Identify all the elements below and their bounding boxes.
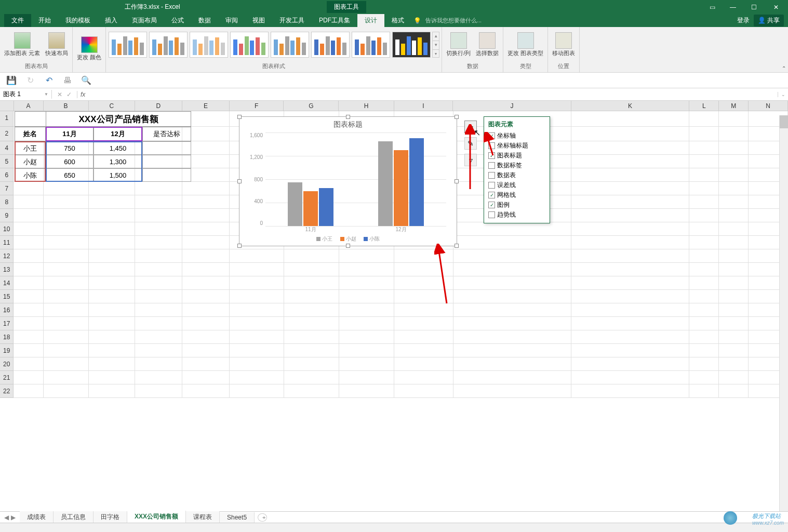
tab-format[interactable]: 格式 (384, 14, 411, 27)
cell[interactable] (14, 263, 43, 276)
cell[interactable] (44, 384, 89, 398)
cell[interactable] (230, 384, 284, 398)
cell[interactable] (571, 236, 689, 249)
chart-style-option[interactable] (271, 32, 309, 58)
cell[interactable] (571, 344, 689, 357)
cell[interactable] (89, 276, 135, 290)
cell[interactable] (719, 209, 749, 222)
cell[interactable] (230, 344, 284, 357)
row-header[interactable]: 22 (0, 384, 14, 398)
cell[interactable] (230, 263, 284, 276)
cell[interactable] (14, 195, 43, 209)
cell[interactable] (689, 371, 719, 384)
cell[interactable] (453, 344, 571, 357)
cell[interactable] (719, 357, 749, 371)
cell[interactable] (89, 357, 135, 371)
cell[interactable] (135, 371, 182, 384)
cell[interactable] (719, 141, 749, 155)
cell[interactable] (284, 290, 339, 303)
col-header[interactable]: K (571, 101, 689, 111)
col-header[interactable]: H (339, 101, 394, 111)
select-data-button[interactable]: 选择数据 (474, 31, 501, 58)
cell[interactable] (689, 303, 719, 317)
row-header[interactable]: 9 (0, 209, 14, 222)
chart-bar[interactable] (378, 141, 393, 226)
cell[interactable] (571, 384, 689, 398)
cell[interactable] (339, 249, 394, 263)
cell[interactable] (689, 384, 719, 398)
cell[interactable] (453, 249, 571, 263)
cell[interactable] (44, 263, 89, 276)
cell[interactable] (44, 209, 89, 222)
cell[interactable] (135, 222, 182, 236)
cell[interactable] (719, 330, 749, 344)
cell[interactable] (689, 168, 719, 182)
row-header[interactable]: 5 (0, 155, 14, 168)
cell[interactable] (89, 209, 135, 222)
cell[interactable] (453, 384, 571, 398)
cell[interactable] (284, 371, 339, 384)
cell[interactable] (689, 111, 719, 127)
col-header[interactable]: C (89, 101, 135, 111)
cell[interactable] (135, 263, 182, 276)
cell[interactable] (453, 303, 571, 317)
cell[interactable] (44, 236, 89, 249)
cell[interactable] (14, 344, 43, 357)
tab-formulas[interactable]: 公式 (164, 14, 191, 27)
switch-rowcol-button[interactable]: 切换行/列 (444, 31, 473, 58)
tab-insert[interactable]: 插入 (98, 14, 125, 27)
cell[interactable] (44, 249, 89, 263)
cell[interactable] (14, 222, 43, 236)
cell[interactable] (230, 276, 284, 290)
cell[interactable] (182, 222, 230, 236)
styles-scroll-down[interactable]: ▼ (433, 41, 439, 50)
cell[interactable] (44, 371, 89, 384)
cell[interactable] (182, 344, 230, 357)
cell[interactable] (89, 182, 135, 195)
cell[interactable] (719, 303, 749, 317)
cell[interactable] (135, 384, 182, 398)
share-button[interactable]: 👤 共享 (754, 15, 784, 26)
cell[interactable] (44, 222, 89, 236)
cell[interactable] (339, 276, 394, 290)
col-header[interactable]: D (135, 101, 182, 111)
row-header[interactable]: 16 (0, 303, 14, 317)
cell[interactable] (453, 357, 571, 371)
cell[interactable] (339, 290, 394, 303)
row-header[interactable]: 18 (0, 330, 14, 344)
cell[interactable] (719, 384, 749, 398)
cell[interactable] (44, 182, 89, 195)
cell[interactable] (453, 222, 571, 236)
col-header[interactable]: I (394, 101, 453, 111)
cell[interactable] (44, 344, 89, 357)
sheet-tab[interactable]: 田字格 (94, 511, 127, 523)
cell[interactable] (689, 155, 719, 168)
cell[interactable] (182, 317, 230, 330)
row-header[interactable]: 17 (0, 317, 14, 330)
cell[interactable] (689, 317, 719, 330)
cell[interactable] (135, 249, 182, 263)
cell[interactable] (689, 330, 719, 344)
cell[interactable] (284, 344, 339, 357)
cell[interactable] (14, 276, 43, 290)
cell[interactable] (689, 182, 719, 195)
cell[interactable] (571, 168, 689, 182)
row-header[interactable]: 8 (0, 195, 14, 209)
cell[interactable] (339, 263, 394, 276)
cell[interactable] (394, 344, 453, 357)
cell[interactable] (135, 303, 182, 317)
window-options-icon[interactable]: ▭ (702, 0, 723, 14)
sheet-tab[interactable]: 员工信息 (54, 511, 94, 523)
cell[interactable] (89, 236, 135, 249)
col-header[interactable]: B (44, 101, 89, 111)
cell[interactable] (182, 276, 230, 290)
cell[interactable] (394, 276, 453, 290)
cell[interactable] (689, 209, 719, 222)
cell[interactable] (14, 209, 43, 222)
tab-file[interactable]: 文件 (4, 14, 31, 27)
row-header[interactable]: 2 (0, 127, 14, 141)
col-header[interactable]: M (719, 101, 749, 111)
elem-data-table[interactable]: 数据表 (484, 170, 550, 180)
cell[interactable] (394, 357, 453, 371)
chart-styles-button[interactable]: ✎ (464, 137, 477, 150)
